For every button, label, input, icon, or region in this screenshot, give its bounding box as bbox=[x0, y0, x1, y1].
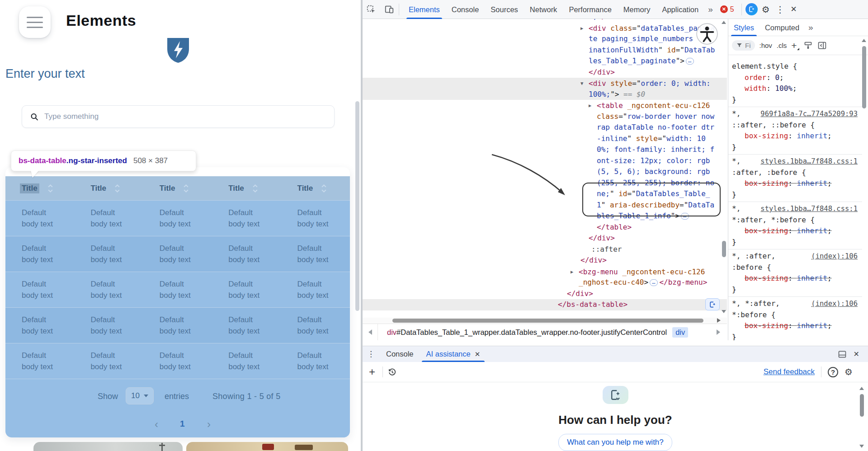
table-header-title-1[interactable]: Title bbox=[5, 183, 74, 193]
page-size-select[interactable]: 10 bbox=[126, 387, 154, 404]
table-row[interactable]: Defaultbody textDefaultbody textDefaultb… bbox=[5, 343, 350, 379]
collapsed-children-badge[interactable]: … bbox=[650, 279, 658, 286]
tab-console[interactable]: Console bbox=[380, 346, 420, 362]
dom-horizontal-scrollbar[interactable] bbox=[363, 318, 727, 324]
kebab-menu-icon[interactable]: ⋮ bbox=[774, 4, 787, 15]
dom-scroll-thumb[interactable] bbox=[722, 241, 726, 257]
new-style-rule-button[interactable]: + bbox=[791, 40, 798, 51]
devtools-tab-memory[interactable]: Memory bbox=[618, 0, 656, 19]
css-rule[interactable]: element.style {order: 0;width: 100%;} bbox=[728, 60, 862, 107]
console-error-badge[interactable]: ✕ 5 bbox=[717, 5, 738, 14]
sort-chevrons-icon[interactable] bbox=[321, 183, 327, 193]
dom-tree-line[interactable]: rap dataTable no-footer dtr bbox=[363, 122, 727, 133]
css-rule[interactable]: 969f1a8a-7c…774a5209:93*,::after, ::befo… bbox=[728, 107, 862, 155]
scroll-up-arrow[interactable] bbox=[722, 21, 726, 24]
stylesheet-source-link[interactable]: (index):106 bbox=[811, 298, 858, 310]
toggle-hover-state-button[interactable]: :hov bbox=[760, 42, 772, 49]
prev-page-button[interactable]: ‹ bbox=[155, 418, 158, 431]
dom-tree-line[interactable]: _nghost-ecu-c40>…</bzg-menu> bbox=[363, 277, 727, 288]
table-row[interactable]: Defaultbody textDefaultbody textDefaultb… bbox=[5, 307, 350, 343]
close-devtools-icon[interactable]: ✕ bbox=[787, 5, 801, 14]
dom-tree-line[interactable]: ▼<div style="order: 0; width: bbox=[363, 78, 727, 89]
devtools-tab-network[interactable]: Network bbox=[524, 0, 563, 19]
drawer-menu-icon[interactable]: ⋮ bbox=[363, 349, 380, 359]
ai-suggestion-button[interactable]: What can you help me with? bbox=[558, 434, 672, 451]
breadcrumb-current-element[interactable]: div bbox=[672, 327, 688, 338]
css-rule[interactable]: styles.1bba…7f848.css:1*,:after, :before… bbox=[728, 155, 862, 202]
dom-tree-line[interactable]: ▶<table _ngcontent-ecu-c126 bbox=[363, 100, 727, 111]
dom-tree-line[interactable]: 34;</div> bbox=[363, 19, 727, 23]
settings-gear-icon[interactable]: ⚙ bbox=[758, 4, 774, 15]
dom-tree-line[interactable]: 1" aria-describedby="DataTa bbox=[363, 200, 727, 211]
sort-chevrons-icon[interactable] bbox=[252, 183, 258, 193]
scroll-down-arrow[interactable] bbox=[722, 310, 726, 313]
dom-tree-line[interactable]: ▶<bzg-menu _ngcontent-ecu-c126 bbox=[363, 266, 727, 277]
dom-hscroll-thumb[interactable] bbox=[392, 319, 703, 323]
styles-scrollbar[interactable] bbox=[862, 38, 867, 341]
next-page-button[interactable]: › bbox=[207, 418, 211, 431]
styles-tab-computed[interactable]: Computed bbox=[760, 19, 805, 36]
dom-tree-line[interactable]: </table> bbox=[363, 222, 727, 233]
table-row[interactable]: Defaultbody textDefaultbody textDefaultb… bbox=[5, 200, 350, 236]
collapsed-children-badge[interactable]: … bbox=[681, 213, 689, 220]
devtools-tab-sources[interactable]: Sources bbox=[485, 0, 524, 19]
dom-tree-line[interactable]: (5, 5, 6); background: rgb bbox=[363, 166, 727, 178]
table-header-title-2[interactable]: Title bbox=[74, 183, 143, 193]
styles-filter-input[interactable]: Fi bbox=[732, 40, 755, 51]
breadcrumb[interactable]: div#DataTables_Table_1_wrapper.dataTable… bbox=[387, 328, 667, 337]
dom-tree-line[interactable]: -inline" style="width: 10 bbox=[363, 133, 727, 145]
table-header-title-3[interactable]: Title bbox=[143, 183, 212, 193]
dom-tree-line[interactable]: 100%;"> == $0 bbox=[363, 89, 727, 100]
dom-tree-line[interactable]: class="row-border hover now bbox=[363, 111, 727, 122]
hamburger-menu-button[interactable] bbox=[19, 6, 51, 38]
ai-scroll-thumb[interactable] bbox=[860, 394, 864, 417]
collapsed-arrow-icon[interactable]: ▶ bbox=[589, 100, 597, 111]
devtools-tab-application[interactable]: Application bbox=[656, 0, 704, 19]
dom-tree-line[interactable]: (255, 255, 255); border: no bbox=[363, 178, 727, 189]
page-scrollbar[interactable] bbox=[355, 101, 359, 311]
close-ai-tab-icon[interactable]: ✕ bbox=[475, 346, 481, 362]
dom-tree-line[interactable]: ne;" id="DataTables_Table_ bbox=[363, 188, 727, 200]
stylesheet-source-link[interactable]: 969f1a8a-7c…774a5209:93 bbox=[760, 108, 858, 120]
dom-tree-line[interactable]: 0%; font-family: inherit; f bbox=[363, 144, 727, 155]
css-rule[interactable]: styles.1bba…7f848.css:1*,*:after, *:befo… bbox=[728, 202, 862, 249]
dom-tree-line[interactable]: inationFullWidth" id="DataTab bbox=[363, 45, 727, 56]
styles-more-tabs-button[interactable]: » bbox=[805, 23, 817, 33]
toggle-class-button[interactable]: .cls bbox=[777, 42, 787, 49]
dom-tree-line[interactable]: ▶<div class="dataTables_pagina bbox=[363, 23, 727, 34]
ai-assistant-icon[interactable] bbox=[745, 3, 758, 15]
paint-roller-icon[interactable] bbox=[803, 41, 813, 50]
thumbnail-photo-2[interactable] bbox=[186, 442, 348, 451]
styles-scroll-thumb[interactable] bbox=[862, 46, 866, 108]
history-icon[interactable] bbox=[387, 367, 397, 377]
collapsed-arrow-icon[interactable]: ▶ bbox=[580, 23, 589, 34]
sort-chevrons-icon[interactable] bbox=[47, 183, 53, 193]
sort-chevrons-icon[interactable] bbox=[183, 183, 189, 193]
ai-scroll-up[interactable] bbox=[859, 387, 864, 390]
help-icon[interactable]: ? bbox=[828, 367, 838, 377]
devtools-tab-performance[interactable]: Performance bbox=[563, 0, 617, 19]
stylesheet-source-link[interactable]: (index):106 bbox=[811, 251, 858, 262]
send-feedback-link[interactable]: Send feedback bbox=[764, 367, 815, 376]
search-box[interactable] bbox=[22, 105, 335, 128]
tab-ai-assistance[interactable]: AI assistance ✕ bbox=[420, 346, 487, 362]
ask-ai-chip-button[interactable] bbox=[705, 298, 720, 310]
breadcrumb-forward-button[interactable] bbox=[712, 329, 724, 335]
dom-vertical-scrollbar[interactable] bbox=[722, 19, 726, 318]
dom-tree-line[interactable]: </bs-data-table> bbox=[363, 299, 727, 310]
css-rule[interactable]: (index):106*, :after,:before {box-sizing… bbox=[728, 249, 862, 297]
ai-scroll-down[interactable] bbox=[859, 445, 864, 448]
collapsed-arrow-icon[interactable]: ▶ bbox=[571, 266, 579, 277]
dom-tree-line[interactable]: bles_Table_1_info">… bbox=[363, 211, 727, 222]
hscroll-right-arrow[interactable] bbox=[717, 318, 721, 323]
css-rule[interactable]: (index):106*, *:after,*:before {box-sizi… bbox=[728, 297, 862, 340]
breadcrumb-back-button[interactable] bbox=[363, 324, 378, 340]
close-drawer-icon[interactable]: ✕ bbox=[849, 350, 863, 358]
table-header-title-4[interactable]: Title bbox=[212, 183, 281, 193]
devtools-tab-console[interactable]: Console bbox=[446, 0, 485, 19]
sort-chevrons-icon[interactable] bbox=[114, 183, 120, 193]
dock-sidebar-icon[interactable] bbox=[817, 41, 827, 50]
dom-tree-line[interactable]: </div> bbox=[363, 288, 727, 300]
more-tabs-button[interactable]: » bbox=[704, 5, 717, 14]
stylesheet-source-link[interactable]: styles.1bba…7f848.css:1 bbox=[760, 203, 858, 215]
